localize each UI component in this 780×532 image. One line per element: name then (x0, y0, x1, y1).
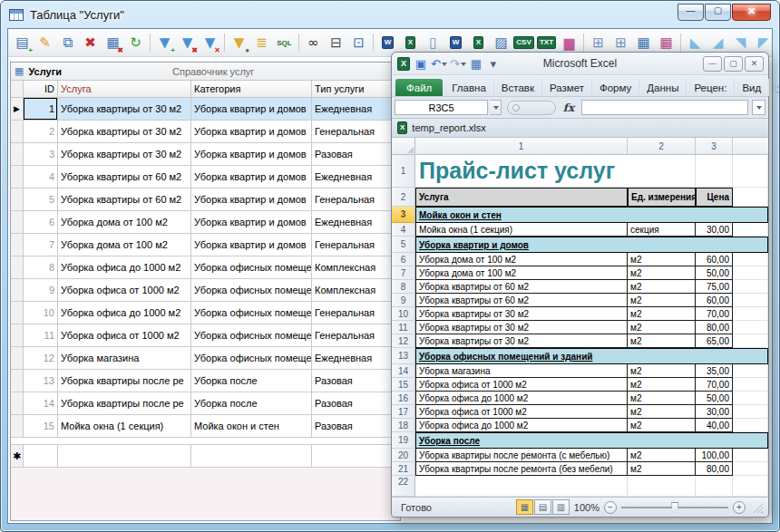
cell-id[interactable]: 3 (24, 143, 58, 165)
excel-logo-icon[interactable]: X (396, 55, 411, 72)
row-header[interactable]: 1 (392, 155, 415, 188)
cell-price[interactable]: 65,00 (696, 334, 733, 348)
cell-category[interactable]: Уборка офисных помеще (191, 347, 312, 369)
column-header-id[interactable]: ID (24, 81, 58, 97)
grid-color-view-icon[interactable]: ▦ (655, 32, 678, 54)
tab-view[interactable]: Вид (735, 79, 769, 96)
section-cell[interactable]: Уборка офисных помещений и зданий (415, 348, 768, 364)
cell-type[interactable]: Ежедневная (312, 347, 400, 369)
cell-category[interactable]: Уборка квартир и домов (191, 121, 312, 142)
cell-type[interactable]: Разовая (312, 415, 400, 437)
cell-unit[interactable]: м2 (628, 280, 696, 294)
table-row[interactable]: 3Уборка квартиры от 30 м2Уборка квартир … (11, 143, 400, 166)
row-header[interactable]: 15 (392, 378, 415, 392)
cell-category[interactable]: Мойка окон и стен (191, 415, 312, 437)
close-button[interactable]: ✕ (732, 4, 771, 21)
cell-empty[interactable] (733, 462, 768, 476)
cell-service[interactable]: Уборка квартиры от 30 м2 (415, 307, 628, 321)
cell-id[interactable]: 5 (24, 189, 58, 210)
form-view-icon[interactable]: ⊞ (587, 32, 609, 54)
cell-service[interactable]: Уборка офиса до 1000 м2 (415, 392, 628, 405)
word-file-icon[interactable]: W (444, 32, 467, 54)
cell-service[interactable]: Уборка квартиры от 60 м2 (58, 166, 191, 188)
cell-service[interactable]: Уборка офиса до 1000 м2 (58, 256, 191, 278)
addin-heart-icon[interactable]: ♡ (769, 83, 780, 96)
cell-empty[interactable] (733, 223, 768, 237)
excel-file-icon[interactable]: X (467, 32, 490, 54)
cell-price[interactable]: 75,00 (696, 280, 733, 294)
cell-type[interactable]: Разовая (312, 392, 400, 414)
cell-service[interactable]: Уборка квартиры после ре (58, 392, 191, 414)
row-header[interactable]: 10 (392, 307, 415, 321)
formula-input[interactable] (581, 100, 748, 115)
table-row[interactable]: 15Мойка окна (1 секция)Мойка окон и стен… (11, 415, 400, 438)
cell-service[interactable]: Уборка квартиры от 30 м2 (58, 143, 191, 165)
table-header-price[interactable]: Цена (696, 188, 733, 207)
print-preview-icon[interactable]: ⊡ (347, 32, 370, 54)
title-bar[interactable]: Таблица "Услуги" —▢✕ (1, 1, 779, 28)
save-icon[interactable]: ▣ (414, 55, 428, 72)
insert-function-icon[interactable]: fx (558, 102, 580, 114)
cell-service[interactable]: Уборка квартиры от 60 м2 (415, 280, 628, 294)
table-row[interactable]: 10Уборка офиса до 1000 м2Уборка офисных … (11, 302, 400, 324)
cell-id[interactable]: 15 (24, 415, 58, 437)
new-row[interactable]: ✱ (11, 444, 400, 468)
zoom-slider-thumb[interactable] (671, 502, 679, 513)
nav-first-icon[interactable]: ◣ (684, 32, 707, 54)
cell-id[interactable]: 8 (24, 256, 58, 278)
cell-id[interactable]: 2 (24, 121, 58, 142)
cell-service[interactable]: Уборка квартиры от 30 м2 (58, 98, 191, 120)
page-layout-view-button[interactable]: ▤ (534, 499, 551, 515)
cell-service[interactable]: Мойка окна (1 секция) (415, 223, 628, 237)
section-cell[interactable]: Уборка после (415, 432, 768, 449)
cell-service[interactable]: Уборка квартиры от 60 м2 (415, 294, 628, 307)
zoom-out-button[interactable]: − (604, 501, 617, 514)
row-header[interactable]: 12 (392, 334, 415, 348)
row-header[interactable]: 3 (392, 207, 415, 223)
export-chart-icon[interactable]: ▆▂ (558, 32, 580, 54)
resize-grip-icon[interactable] (752, 502, 763, 513)
formula-bar-expand[interactable] (752, 100, 765, 115)
zoom-slider[interactable] (621, 507, 728, 508)
column-header-type[interactable]: Тип услуги (312, 81, 400, 97)
tab-home[interactable]: Главна (444, 79, 494, 96)
row-header[interactable]: 21 (392, 462, 415, 476)
cell-id[interactable]: 1 (24, 98, 58, 120)
cell-price[interactable]: 50,00 (696, 392, 733, 405)
column-header-partial[interactable] (733, 138, 768, 154)
export-image-icon[interactable]: ▨ (490, 32, 512, 54)
row-header[interactable]: 20 (392, 449, 415, 462)
cell-empty[interactable] (696, 476, 733, 497)
minimize-button[interactable]: — (678, 4, 704, 21)
form-edit-icon[interactable]: ⊞ (609, 32, 632, 54)
cell-service[interactable]: Уборка магазина (415, 364, 628, 378)
row-header[interactable]: 6 (392, 253, 415, 266)
cell-category[interactable]: Уборка после (191, 392, 312, 414)
cell-service[interactable]: Мойка окна (1 секция) (58, 415, 191, 437)
sheet-title-cell[interactable]: Прайс-лист услуг (415, 155, 628, 188)
tab-formulas[interactable]: Форму (592, 79, 639, 96)
table-row[interactable]: 2Уборка квартиры от 30 м2Уборка квартир … (11, 121, 400, 143)
zoom-in-button[interactable]: + (733, 501, 746, 514)
cell-unit[interactable]: м2 (628, 334, 696, 348)
table-row[interactable]: 9Уборка офиса от 1000 м2Уборка офисных п… (11, 279, 400, 302)
cell-empty[interactable] (733, 405, 768, 419)
tab-data[interactable]: Данны (639, 79, 687, 96)
cell-empty[interactable] (733, 253, 768, 266)
cell-empty[interactable] (415, 476, 628, 497)
dropdown-caret-icon[interactable] (442, 63, 447, 69)
cell-unit[interactable]: м2 (628, 307, 696, 321)
cell-type[interactable]: Разовая (312, 370, 400, 392)
cell-category[interactable]: Уборка офисных помеще (191, 324, 312, 346)
table-row[interactable]: 5Уборка квартиры от 60 м2Уборка квартир … (11, 189, 400, 211)
grid-view-icon[interactable]: ▦ (632, 32, 655, 54)
cell-category[interactable]: Уборка офисных помеще (191, 256, 312, 278)
cell-id[interactable]: 9 (24, 279, 58, 301)
cell-service[interactable]: Уборка квартиры от 30 м2 (58, 121, 191, 142)
column-header-1[interactable]: 1 (415, 138, 628, 154)
cell-unit[interactable]: м2 (628, 253, 696, 266)
export-document-icon[interactable]: ▯ (422, 32, 444, 54)
table-header-service[interactable]: Услуга (415, 188, 628, 207)
name-box[interactable]: R3C5 (395, 100, 488, 115)
cell-unit[interactable]: м2 (628, 419, 696, 432)
